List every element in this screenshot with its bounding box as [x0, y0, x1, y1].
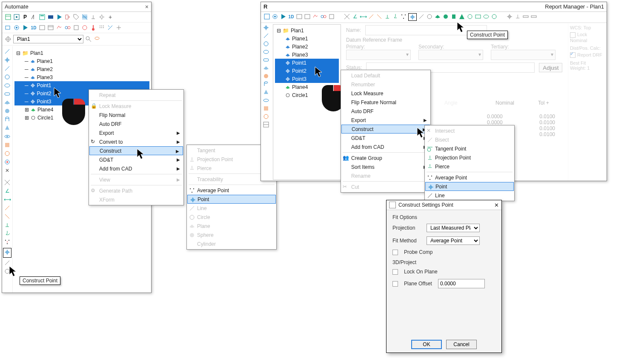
construct-point-icon[interactable]: [409, 14, 416, 20]
tb-icon[interactable]: [81, 14, 88, 20]
circle-icon[interactable]: [4, 74, 11, 80]
close-icon[interactable]: ✕: [494, 202, 499, 208]
tertiary-select[interactable]: ▾: [491, 50, 556, 60]
tree-item-plane3[interactable]: Plane3: [292, 52, 308, 58]
menu-item-plane[interactable]: Plane: [187, 222, 276, 230]
plane-icon[interactable]: [4, 99, 11, 106]
tree-item-point2[interactable]: Point2: [37, 91, 52, 97]
avg-point-icon[interactable]: [4, 239, 11, 245]
tree-item-point3[interactable]: Point3: [292, 76, 306, 82]
tb-icon[interactable]: [39, 24, 46, 31]
menu-item-point[interactable]: Point: [187, 195, 276, 204]
tb-icon[interactable]: [4, 159, 11, 165]
play-icon[interactable]: [22, 24, 29, 31]
tree-item-point1[interactable]: Point1: [37, 82, 52, 88]
tb-icon[interactable]: [4, 213, 11, 220]
angle-icon[interactable]: ∠: [4, 188, 11, 194]
ellipse-icon[interactable]: [483, 13, 490, 20]
menu-item-average-point[interactable]: Average Point: [425, 173, 514, 182]
bisect-icon[interactable]: ⟷: [4, 196, 11, 203]
sphere-icon[interactable]: [442, 13, 449, 20]
proj-point-icon[interactable]: [4, 222, 11, 228]
menu-item-view[interactable]: View▶: [89, 175, 183, 184]
point-icon[interactable]: [4, 57, 11, 63]
tag-icon[interactable]: [73, 14, 80, 20]
cone-icon[interactable]: [4, 125, 11, 131]
menu-item-lock-measure[interactable]: 🔒Lock Measure: [89, 102, 183, 111]
lock-on-plane-checkbox[interactable]: [392, 269, 398, 275]
tree-item-plane2[interactable]: Plane2: [292, 44, 308, 50]
intersect-icon[interactable]: [344, 13, 350, 20]
cylinder-icon[interactable]: [263, 81, 269, 88]
tb-icon[interactable]: [64, 24, 71, 31]
ok-button[interactable]: OK: [411, 340, 442, 349]
tb-icon[interactable]: [81, 24, 88, 31]
thermometer-icon[interactable]: [90, 24, 97, 31]
tree-item-circle1[interactable]: Circle1: [37, 115, 53, 121]
target-icon[interactable]: [5, 36, 11, 43]
tree-item-plane3[interactable]: Plane3: [37, 74, 53, 80]
submenu-construct-right[interactable]: ✕Intersect Bisect Tangent Point Projecti…: [424, 125, 515, 201]
tb-icon[interactable]: P: [22, 14, 29, 20]
play-icon[interactable]: [280, 13, 286, 20]
menu-item-rename[interactable]: Rename: [341, 171, 430, 180]
plane-offset-checkbox[interactable]: [392, 281, 398, 287]
tb-icon[interactable]: [263, 97, 269, 104]
gear-icon[interactable]: [98, 14, 105, 20]
tree-item-plane1[interactable]: Plane1: [37, 58, 53, 64]
menu-item-repeat[interactable]: Repeat: [89, 91, 183, 100]
projection-select[interactable]: Last Measured Plane: [427, 224, 480, 232]
menu-item-auto-drf[interactable]: Auto DRF: [341, 107, 430, 116]
menu-item-lock-measure[interactable]: Lock Measure: [341, 89, 430, 98]
tb-icon[interactable]: [530, 13, 537, 20]
sphere-icon[interactable]: [263, 73, 269, 80]
secondary-select[interactable]: ▾: [418, 50, 483, 60]
tb-icon[interactable]: [312, 13, 319, 20]
line-icon[interactable]: [4, 65, 11, 72]
adjust-button[interactable]: Adjust: [539, 63, 562, 72]
bisect-icon[interactable]: ⟷: [360, 13, 367, 20]
tb-icon[interactable]: [5, 24, 11, 31]
tb-icon[interactable]: [304, 13, 311, 20]
tb-icon[interactable]: [522, 13, 529, 20]
pierce-icon[interactable]: [392, 13, 399, 20]
menu-item-add-from-cad[interactable]: Add from CAD▶: [89, 164, 183, 173]
tb-icon[interactable]: [13, 14, 20, 20]
menu-item-xform[interactable]: XForm: [89, 195, 183, 204]
oned-icon[interactable]: 1D: [30, 24, 37, 31]
play-icon[interactable]: [56, 14, 63, 20]
tb-icon[interactable]: [107, 24, 114, 31]
sphere-icon[interactable]: [4, 108, 11, 114]
close-icon[interactable]: ×: [145, 2, 149, 11]
tb-icon[interactable]: [73, 24, 80, 31]
oned-icon[interactable]: 1D: [288, 13, 295, 20]
context-menu-left[interactable]: Repeat 🔒Lock Measure Flip Normal Auto DR…: [89, 89, 184, 205]
slot-icon[interactable]: [4, 91, 11, 97]
plane-icon[interactable]: [434, 13, 441, 20]
menu-item-generate-path[interactable]: ⚙Generate Path: [89, 186, 183, 195]
menu-item-circle[interactable]: Circle: [187, 213, 276, 222]
primary-select[interactable]: ▾: [346, 50, 411, 60]
report-drf-checkbox[interactable]: [570, 52, 576, 58]
circle-icon[interactable]: [467, 13, 473, 20]
menu-item-pierce[interactable]: Pierce: [425, 162, 514, 171]
cone-icon[interactable]: [458, 13, 465, 20]
ellipse-icon[interactable]: [4, 82, 11, 89]
circle-icon[interactable]: [263, 40, 269, 47]
tree-item-plane4[interactable]: Plane4: [292, 84, 308, 90]
menu-item-line[interactable]: Line: [425, 191, 514, 200]
rect-icon[interactable]: [475, 13, 481, 20]
torus-icon[interactable]: [4, 133, 11, 140]
tb-icon[interactable]: [64, 14, 71, 20]
tree-item-plane1[interactable]: Plane1: [292, 36, 308, 42]
line-icon[interactable]: [418, 13, 425, 20]
angle-icon[interactable]: ∠: [352, 13, 358, 20]
tree-item-point2[interactable]: Point2: [292, 68, 306, 74]
tb-icon[interactable]: [296, 13, 303, 20]
avg-point-icon[interactable]: [400, 13, 407, 20]
plus-icon[interactable]: +: [107, 14, 114, 20]
tree-item-point1[interactable]: Point1: [292, 60, 306, 66]
tb-icon[interactable]: [368, 13, 375, 20]
menu-item-cylinder[interactable]: Cylinder: [187, 239, 276, 248]
circle-icon[interactable]: [491, 13, 498, 20]
